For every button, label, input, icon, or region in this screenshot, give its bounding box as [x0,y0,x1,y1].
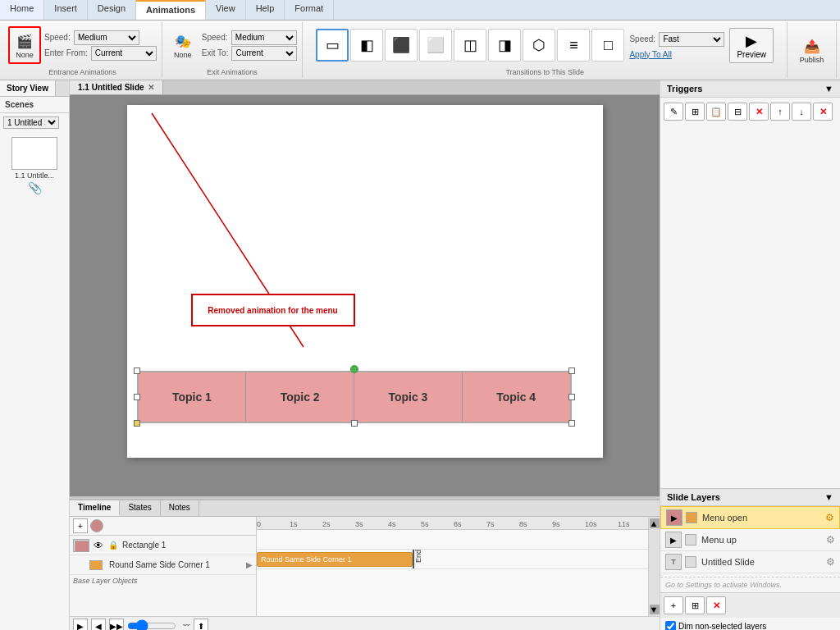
story-view-tab[interactable]: Story View [0,80,56,96]
transitions-speed-row: Speed: FastMediumSlow [629,32,724,47]
transition-bars-icon[interactable]: ≡ [557,29,590,62]
slide-thumb-label: 1.1 Untitle... [15,171,54,180]
menu-topic-2[interactable]: Topic 2 [246,372,354,422]
states-tab[interactable]: States [120,500,160,516]
dim-checkbox[interactable] [665,621,676,630]
layer-gear-0[interactable]: ⚙ [825,512,834,523]
transitions-content: ▭ ◧ ⬛ ⬜ ◫ ◨ ⬡ ≡ □ Speed: FastMediumSlow [316,24,774,66]
speed-entrance-select[interactable]: MediumFastSlow [74,30,139,45]
handle-bl[interactable] [134,420,140,427]
slide-layers-expand-icon[interactable]: ▼ [824,492,833,502]
transition-none-icon[interactable]: ▭ [316,29,349,62]
enter-from-select[interactable]: CurrentLeftRight [91,46,157,61]
triggers-down-btn[interactable]: ↓ [792,103,811,121]
right-panel: Triggers ▼ ✎ ⊞ 📋 ⊟ ✕ ↑ ↓ ✕ Slide Layers … [660,80,840,630]
tl-add-btn[interactable]: + [73,518,88,533]
triggers-delete-btn[interactable]: ⊟ [728,103,747,121]
transition-wipe-icon[interactable]: ⬜ [419,29,452,62]
expand-btn[interactable]: ⬆ [194,619,208,630]
tab-format[interactable]: Format [285,0,334,20]
end-marker: End [413,550,414,568]
triggers-copy-btn[interactable]: ⊞ [685,103,705,121]
canvas-tab-close[interactable]: ✕ [148,83,154,92]
handle-tr[interactable] [568,368,575,374]
transition-fade-icon[interactable]: ◧ [350,29,383,62]
exit-speed-row: Speed: MediumFastSlow [202,30,298,45]
resize-handle-top[interactable] [350,365,358,373]
tl-lock-0[interactable]: 🔒 [107,540,119,551]
layer-menu-up[interactable]: ▶ Menu up ⚙ [660,529,840,551]
notes-tab[interactable]: Notes [161,500,199,516]
triggers-up-btn[interactable]: ↑ [770,103,790,121]
layers-copy-btn[interactable]: ⊞ [685,596,705,614]
tl-record-btn[interactable] [90,519,103,532]
prev-btn[interactable]: ◀ [91,619,106,630]
triggers-paste-btn[interactable]: 📋 [706,103,726,121]
menu-topic-1[interactable]: Topic 1 [139,372,247,422]
tab-design[interactable]: Design [88,0,136,20]
transition-reveal-icon[interactable]: ◨ [488,29,521,62]
slide-thumbnail[interactable]: 1.1 Untitle... 📎 [11,137,58,194]
apply-to-all-button[interactable]: Apply To All [629,50,672,59]
preview-button[interactable]: ▶ Preview [729,28,774,63]
triggers-x2-btn[interactable]: ✕ [813,103,833,121]
transition-split-icon[interactable]: ◫ [454,29,486,62]
publish-button[interactable]: 📤 Publish [794,32,830,68]
scroll-down-btn[interactable]: ▼ [650,605,660,614]
activate-windows-msg: Go to Settings to activate Windows. [660,577,840,592]
preview-icon: ▶ [746,32,757,50]
track-block-0[interactable]: Round Same Side Corner 1 [257,552,413,567]
play-btn[interactable]: ▶ [73,619,88,630]
transition-push-icon[interactable]: ⬛ [385,29,418,62]
layers-add-btn[interactable]: + [664,596,683,614]
slide-canvas: Removed animation for the menu [127,105,603,458]
layers-delete-btn[interactable]: ✕ [706,596,726,614]
none-entrance-button[interactable]: 🎬 None [8,26,41,64]
handle-bm[interactable] [351,420,358,427]
menu-bar[interactable]: Topic 1 Topic 2 Topic 3 Topic 4 [137,371,572,423]
exit-to-select[interactable]: CurrentLeftRight [231,46,297,61]
transitions-speed-label: Speed: [629,34,655,43]
preview-label: Preview [737,50,766,59]
canvas-tab-slide[interactable]: 1.1 Untitled Slide ✕ [70,80,163,94]
layer-gear-1[interactable]: ⚙ [826,534,835,546]
track-row-1: Round Same Side Corner 1 End [257,550,648,569]
handle-ml[interactable] [134,394,140,400]
menu-topic-4[interactable]: Topic 4 [463,372,570,422]
exit-content: 🎭 None Speed: MediumFastSlow Exit To: Cu… [167,24,298,66]
speed-exit-select[interactable]: MediumFastSlow [231,30,297,45]
triggers-expand-icon[interactable]: ▼ [824,84,833,94]
triggers-toolbar: ✎ ⊞ 📋 ⊟ ✕ ↑ ↓ ✕ [664,101,837,122]
tl-eye-0[interactable]: 👁 [93,540,104,551]
tab-animations[interactable]: Animations [136,0,206,20]
none-exit-button[interactable]: 🎭 None [167,27,199,63]
ribbon: Home Insert Design Animations View Help … [0,0,840,80]
zoom-slider[interactable] [127,619,176,630]
transition-box-icon[interactable]: □ [591,29,624,62]
triggers-clear-btn[interactable]: ✕ [749,103,769,121]
timeline-area: + 👁 🔒 Rectangle 1 Round Same Side Corne [70,517,660,616]
none-entrance-label: None [16,51,34,59]
layer-menu-open[interactable]: ▶ Menu open ⚙ [660,506,840,529]
timeline-tab[interactable]: Timeline [70,500,120,516]
scroll-up-btn[interactable]: ▲ [650,518,660,528]
layer-untitled[interactable]: T Untitled Slide ⚙ [660,551,840,573]
handle-mr[interactable] [568,394,575,400]
base-layer-item[interactable]: Base Layer Objects [70,575,256,587]
canvas-viewport: Removed animation for the menu [70,95,660,496]
tab-view[interactable]: View [206,0,246,20]
tab-home[interactable]: Home [0,0,44,20]
entrance-speed-row: Speed: MediumFastSlow [44,30,157,45]
menu-topic-3[interactable]: Topic 3 [354,372,463,422]
transitions-speed-select[interactable]: FastMediumSlow [659,32,724,47]
scene-select[interactable]: 1 Untitled S... [3,116,59,129]
layer-gear-2[interactable]: ⚙ [826,556,835,568]
handle-tl[interactable] [134,368,140,374]
tab-help[interactable]: Help [246,0,285,20]
transition-random-icon[interactable]: ⬡ [523,29,555,62]
tab-insert[interactable]: Insert [44,0,88,20]
triggers-edit-btn[interactable]: ✎ [664,103,683,121]
handle-br[interactable] [568,420,575,427]
ruler-0: 0 [257,520,261,528]
next-btn[interactable]: ▶▶ [109,619,124,630]
